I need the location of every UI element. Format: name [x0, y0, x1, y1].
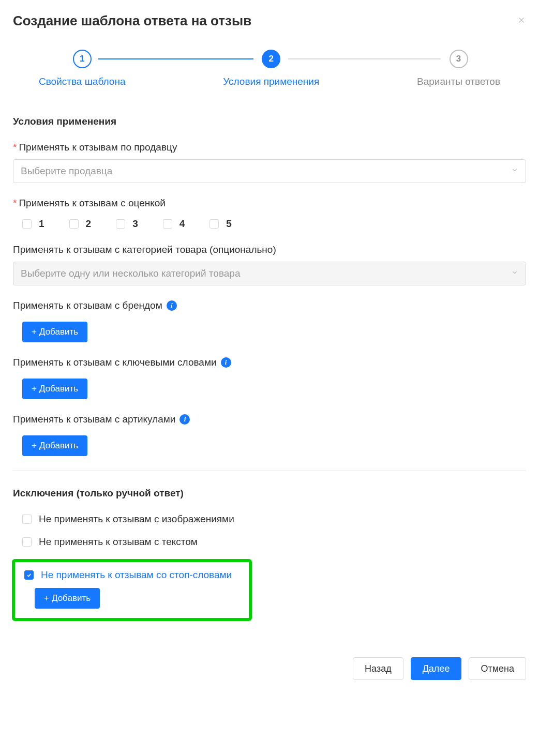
- next-button[interactable]: Далее: [411, 657, 462, 680]
- checkbox: [116, 219, 125, 229]
- exclusion-images-checkbox[interactable]: Не применять к отзывам с изображениями: [13, 513, 526, 525]
- checkbox: [22, 219, 32, 229]
- category-field-label: Применять к отзывам с категорией товара …: [13, 244, 526, 255]
- button-label: Добавить: [39, 441, 78, 451]
- close-icon[interactable]: [517, 16, 526, 26]
- section-exclusions-title: Исключения (только ручной ответ): [13, 488, 526, 499]
- rating-options: 1 2 3 4 5: [13, 218, 526, 230]
- button-label: Добавить: [39, 327, 78, 337]
- cancel-button[interactable]: Отмена: [469, 657, 526, 680]
- required-asterisk: *: [13, 142, 17, 153]
- footer-actions: Назад Далее Отмена: [13, 657, 526, 680]
- checkbox: [163, 219, 172, 229]
- select-placeholder: Выберите продавца: [21, 165, 112, 177]
- step-1[interactable]: 1 Свойства шаблона: [39, 50, 125, 87]
- step-label: Условия применения: [223, 76, 319, 87]
- rating-value: 2: [86, 218, 92, 230]
- category-select[interactable]: Выберите одну или несколько категорий то…: [13, 262, 526, 285]
- rating-value: 3: [132, 218, 138, 230]
- step-circle: 1: [73, 50, 92, 68]
- label-text: Применять к отзывам с артикулами: [13, 414, 175, 425]
- chevron-down-icon: [511, 167, 518, 176]
- rating-checkbox-2[interactable]: 2: [69, 218, 92, 230]
- step-label: Свойства шаблона: [39, 76, 125, 87]
- checkbox: [24, 570, 34, 580]
- plus-icon: +: [32, 441, 37, 451]
- label-text: Применять к отзывам с брендом: [13, 300, 162, 311]
- divider: [13, 471, 526, 471]
- rating-checkbox-4[interactable]: 4: [163, 218, 185, 230]
- label-text: Применять к отзывам с оценкой: [19, 198, 166, 208]
- info-icon[interactable]: i: [179, 414, 190, 425]
- button-label: Добавить: [39, 384, 78, 394]
- rating-checkbox-1[interactable]: 1: [22, 218, 44, 230]
- plus-icon: +: [44, 593, 49, 603]
- rating-value: 1: [39, 218, 44, 230]
- checkbox: [22, 515, 32, 524]
- step-circle: 2: [262, 50, 280, 68]
- select-placeholder: Выберите одну или несколько категорий то…: [21, 268, 241, 279]
- seller-field-label: *Применять к отзывам по продавцу: [13, 142, 526, 153]
- step-circle: 3: [450, 50, 468, 68]
- chevron-down-icon: [511, 269, 518, 278]
- add-articles-button[interactable]: +Добавить: [22, 435, 87, 456]
- button-label: Добавить: [52, 593, 91, 603]
- highlighted-stopwords-area: Не применять к отзывам со стоп-словами +…: [12, 559, 252, 621]
- brand-field-label: Применять к отзывам с брендом i: [13, 300, 526, 311]
- exclusion-stopwords-checkbox[interactable]: Не применять к отзывам со стоп-словами: [15, 569, 249, 581]
- keywords-field-label: Применять к отзывам с ключевыми словами …: [13, 357, 526, 368]
- plus-icon: +: [32, 384, 37, 394]
- modal-title: Создание шаблона ответа на отзыв: [13, 13, 251, 29]
- step-3[interactable]: 3 Варианты ответов: [417, 50, 500, 87]
- info-icon[interactable]: i: [167, 300, 177, 311]
- checkbox-label: Не применять к отзывам с изображениями: [39, 513, 234, 525]
- add-keywords-button[interactable]: +Добавить: [22, 379, 87, 399]
- checkbox: [209, 219, 219, 229]
- rating-value: 5: [226, 218, 232, 230]
- checkbox-label: Не применять к отзывам со стоп-словами: [41, 569, 232, 581]
- required-asterisk: *: [13, 198, 17, 208]
- seller-select[interactable]: Выберите продавца: [13, 159, 526, 183]
- rating-checkbox-3[interactable]: 3: [116, 218, 138, 230]
- articles-field-label: Применять к отзывам с артикулами i: [13, 414, 526, 425]
- checkbox: [22, 537, 32, 547]
- step-2[interactable]: 2 Условия применения: [223, 50, 319, 87]
- label-text: Применять к отзывам с ключевыми словами: [13, 357, 217, 368]
- plus-icon: +: [32, 327, 37, 337]
- add-stopwords-button[interactable]: +Добавить: [35, 588, 100, 609]
- checkbox: [69, 219, 79, 229]
- info-icon[interactable]: i: [221, 357, 231, 368]
- rating-checkbox-5[interactable]: 5: [209, 218, 232, 230]
- back-button[interactable]: Назад: [353, 657, 403, 680]
- rating-field-label: *Применять к отзывам с оценкой: [13, 198, 526, 209]
- add-brand-button[interactable]: +Добавить: [22, 322, 87, 342]
- stepper: 1 Свойства шаблона 2 Условия применения …: [39, 50, 500, 87]
- exclusion-text-checkbox[interactable]: Не применять к отзывам с текстом: [13, 536, 526, 548]
- checkbox-label: Не применять к отзывам с текстом: [39, 536, 198, 548]
- rating-value: 4: [179, 218, 185, 230]
- section-conditions-title: Условия применения: [13, 116, 526, 127]
- label-text: Применять к отзывам по продавцу: [19, 142, 177, 153]
- step-label: Варианты ответов: [417, 76, 500, 87]
